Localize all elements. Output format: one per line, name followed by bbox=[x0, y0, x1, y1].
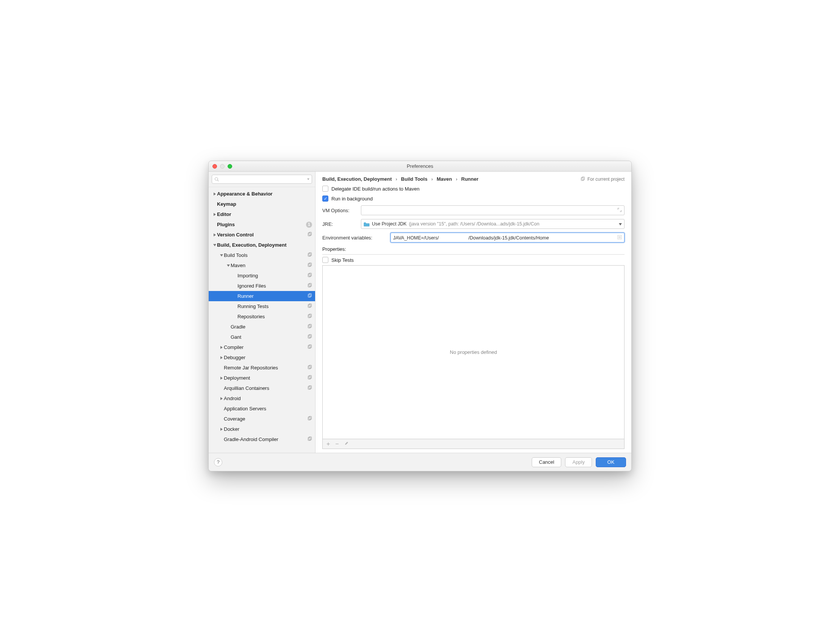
crumb-0[interactable]: Build, Execution, Deployment bbox=[322, 176, 392, 182]
project-scope-icon bbox=[307, 304, 312, 310]
background-checkbox[interactable]: ✓ bbox=[322, 195, 328, 201]
project-scope-icon bbox=[307, 283, 312, 289]
tree-item[interactable]: Appearance & Behavior bbox=[209, 189, 315, 199]
jre-value: Use Project JDK bbox=[372, 221, 407, 227]
tree-item[interactable]: Gant bbox=[209, 332, 315, 342]
tree-item[interactable]: Maven bbox=[209, 260, 315, 271]
tree-item[interactable]: Arquillian Containers bbox=[209, 383, 315, 393]
crumb-2[interactable]: Maven bbox=[437, 176, 452, 182]
disclosure-arrow-icon[interactable] bbox=[212, 192, 217, 195]
properties-section: Properties: Skip Tests No properties def… bbox=[322, 246, 625, 449]
tree-item-label: Gradle-Android Compiler bbox=[224, 437, 278, 442]
tree-item-label: Arquillian Containers bbox=[224, 385, 269, 391]
vm-options-field[interactable] bbox=[361, 205, 625, 215]
chevron-right-icon: › bbox=[395, 176, 397, 182]
separator bbox=[322, 254, 625, 255]
disclosure-arrow-icon[interactable] bbox=[212, 213, 217, 216]
crumb-3: Runner bbox=[461, 176, 479, 182]
tree-item[interactable]: Compiler bbox=[209, 342, 315, 352]
disclosure-arrow-icon[interactable] bbox=[219, 377, 224, 380]
tree-item[interactable]: Version Control bbox=[209, 230, 315, 240]
tree-item-label: Repositories bbox=[237, 314, 265, 319]
project-scope-icon bbox=[307, 334, 312, 340]
search-input-wrap[interactable] bbox=[212, 175, 312, 184]
body: Appearance & BehaviorKeymapEditorPlugins… bbox=[209, 172, 631, 453]
disclosure-arrow-icon[interactable] bbox=[219, 346, 224, 349]
tree-item-label: Docker bbox=[224, 426, 239, 432]
background-label: Run in background bbox=[332, 196, 373, 201]
tree-item[interactable]: Ignored Files bbox=[209, 281, 315, 291]
tree-item[interactable]: Coverage bbox=[209, 414, 315, 424]
tree-item[interactable]: Editor bbox=[209, 209, 315, 219]
tree-item[interactable]: Gradle bbox=[209, 322, 315, 332]
disclosure-arrow-icon[interactable] bbox=[219, 356, 224, 359]
tree-item[interactable]: Runner bbox=[209, 291, 315, 301]
disclosure-arrow-icon[interactable] bbox=[219, 397, 224, 400]
tree-item[interactable]: Android bbox=[209, 393, 315, 404]
jre-select[interactable]: Use Project JDK (java version "15", path… bbox=[361, 219, 625, 229]
properties-table[interactable]: No properties defined bbox=[322, 265, 625, 439]
tree-item-label: Runner bbox=[237, 293, 254, 299]
tree-item-label: Importing bbox=[237, 273, 258, 279]
delegate-checkbox[interactable] bbox=[322, 186, 328, 192]
traffic-lights bbox=[212, 164, 232, 169]
delegate-label: Delegate IDE build/run actions to Maven bbox=[332, 186, 420, 192]
tree-item-label: Build, Execution, Deployment bbox=[217, 242, 286, 248]
disclosure-arrow-icon[interactable] bbox=[212, 233, 217, 236]
chevron-down-icon bbox=[619, 221, 622, 227]
apply-button[interactable]: Apply bbox=[565, 457, 592, 467]
tree-item-label: Gant bbox=[231, 334, 241, 340]
disclosure-arrow-icon[interactable] bbox=[212, 244, 217, 246]
delegate-checkbox-row[interactable]: Delegate IDE build/run actions to Maven bbox=[322, 186, 625, 192]
edit-button[interactable] bbox=[344, 441, 349, 447]
tree-item[interactable]: Docker bbox=[209, 424, 315, 434]
env-vars-label: Environment variables: bbox=[322, 235, 387, 241]
tree-item[interactable]: Keymap bbox=[209, 199, 315, 209]
expand-icon[interactable] bbox=[617, 207, 622, 213]
settings-tree[interactable]: Appearance & BehaviorKeymapEditorPlugins… bbox=[209, 187, 315, 453]
tree-item[interactable]: Application Servers bbox=[209, 404, 315, 414]
tree-item[interactable]: Deployment bbox=[209, 373, 315, 383]
tree-item[interactable]: Debugger bbox=[209, 352, 315, 363]
tree-item-label: Gradle bbox=[231, 324, 245, 329]
titlebar: Preferences bbox=[209, 161, 631, 172]
chevron-right-icon: › bbox=[431, 176, 433, 182]
tree-item-label: Debugger bbox=[224, 355, 245, 360]
folder-icon bbox=[363, 222, 369, 227]
dropdown-icon[interactable] bbox=[307, 179, 309, 180]
minimize-window-button[interactable] bbox=[220, 164, 224, 169]
zoom-window-button[interactable] bbox=[227, 164, 232, 169]
tree-item[interactable]: Build, Execution, Deployment bbox=[209, 240, 315, 250]
content: Delegate IDE build/run actions to Maven … bbox=[316, 186, 631, 453]
help-button[interactable]: ? bbox=[214, 458, 222, 466]
preferences-window: Preferences Appearance & BehaviorKeymapE… bbox=[208, 161, 632, 471]
tree-item[interactable]: Build Tools bbox=[209, 250, 315, 260]
tree-item-label: Maven bbox=[231, 263, 245, 268]
tree-item[interactable]: Importing bbox=[209, 271, 315, 281]
skip-tests-row[interactable]: Skip Tests bbox=[322, 257, 625, 263]
ok-button[interactable]: OK bbox=[596, 457, 626, 467]
env-vars-field[interactable]: JAVA_HOME=/Users//Downloads/jdk-15.jdk/C… bbox=[390, 233, 625, 242]
disclosure-arrow-icon[interactable] bbox=[226, 265, 231, 267]
close-window-button[interactable] bbox=[212, 164, 217, 169]
remove-button[interactable]: − bbox=[335, 441, 339, 447]
tree-item[interactable]: Plugins1 bbox=[209, 219, 315, 230]
tree-item[interactable]: Remote Jar Repositories bbox=[209, 363, 315, 373]
svg-line-1 bbox=[217, 180, 218, 181]
disclosure-arrow-icon[interactable] bbox=[219, 428, 224, 431]
tree-item-label: Ignored Files bbox=[237, 283, 266, 289]
disclosure-arrow-icon[interactable] bbox=[219, 254, 224, 257]
tree-item-label: Application Servers bbox=[224, 406, 266, 412]
search-input[interactable] bbox=[220, 177, 306, 182]
skip-tests-checkbox[interactable] bbox=[322, 257, 328, 263]
add-button[interactable]: + bbox=[327, 441, 330, 447]
tree-item[interactable]: Gradle-Android Compiler bbox=[209, 434, 315, 444]
background-checkbox-row[interactable]: ✓ Run in background bbox=[322, 195, 625, 201]
project-scope-icon bbox=[307, 385, 312, 391]
crumb-1[interactable]: Build Tools bbox=[401, 176, 428, 182]
tree-item[interactable]: Repositories bbox=[209, 312, 315, 322]
cancel-button[interactable]: Cancel bbox=[532, 457, 561, 467]
list-icon[interactable] bbox=[617, 235, 622, 241]
tree-item[interactable]: Running Tests bbox=[209, 301, 315, 312]
project-scope-icon bbox=[307, 232, 312, 238]
